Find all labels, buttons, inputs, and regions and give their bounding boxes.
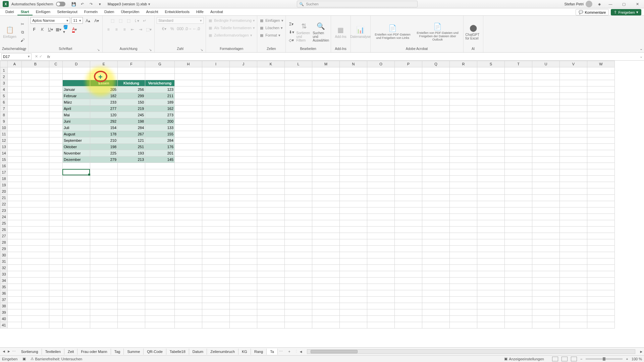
cell[interactable] [8, 150, 22, 157]
cell[interactable] [395, 188, 422, 195]
cell[interactable] [450, 322, 477, 328]
cell[interactable] [285, 309, 312, 316]
cell[interactable]: März [63, 99, 90, 106]
cell[interactable] [8, 182, 22, 188]
launcher-icon[interactable]: ↘ [23, 48, 25, 52]
cell[interactable] [477, 290, 505, 297]
cell[interactable] [312, 220, 340, 227]
cell[interactable]: Februar [63, 93, 90, 99]
diamond-icon[interactable]: ◈ [596, 1, 603, 7]
cell[interactable] [340, 99, 367, 106]
row-header[interactable]: 29 [0, 246, 8, 252]
cell[interactable] [202, 163, 230, 169]
cell[interactable] [587, 246, 615, 252]
cell[interactable] [285, 316, 312, 322]
cell[interactable] [450, 112, 477, 118]
cell[interactable] [505, 86, 532, 93]
cell[interactable] [395, 99, 422, 106]
cell[interactable] [340, 86, 367, 93]
cell[interactable] [285, 271, 312, 278]
cell[interactable] [560, 176, 587, 182]
cell[interactable] [145, 67, 175, 74]
column-header[interactable]: S [477, 61, 505, 67]
cell[interactable] [22, 322, 49, 328]
cell[interactable] [22, 112, 49, 118]
cell[interactable] [422, 220, 450, 227]
cell[interactable] [49, 106, 63, 112]
row-header[interactable]: 33 [0, 271, 8, 278]
cell[interactable] [395, 157, 422, 163]
cell[interactable]: 189 [145, 99, 175, 106]
cell[interactable] [49, 284, 63, 290]
paste-button[interactable]: 📋Einfügen [2, 20, 17, 44]
cell[interactable] [145, 303, 175, 309]
cell[interactable] [587, 265, 615, 271]
cell-styles[interactable]: ▦Zellenformatvorlagen ▾ [208, 32, 252, 39]
cell[interactable] [367, 80, 395, 86]
cell[interactable] [257, 278, 285, 284]
cell[interactable] [587, 201, 615, 207]
ribbon-tab[interactable]: Daten [101, 9, 117, 15]
cell[interactable] [90, 67, 118, 74]
cell[interactable] [312, 239, 340, 246]
cell[interactable] [22, 271, 49, 278]
cell[interactable] [230, 182, 257, 188]
cell[interactable] [477, 99, 505, 106]
sheet-tab[interactable]: Rang [251, 349, 267, 355]
underline-icon[interactable]: U▾ [47, 26, 54, 33]
cell[interactable] [257, 188, 285, 195]
column-header[interactable]: T [505, 61, 532, 67]
cell[interactable] [367, 227, 395, 233]
decrease-indent-icon[interactable]: ⇤ [129, 26, 136, 33]
cell[interactable] [422, 169, 450, 176]
cell[interactable] [145, 265, 175, 271]
cell[interactable] [49, 252, 63, 258]
cell[interactable] [477, 278, 505, 284]
column-header[interactable]: C [49, 61, 63, 67]
cell[interactable] [532, 271, 560, 278]
cell[interactable]: Juli [63, 125, 90, 131]
cell[interactable] [63, 227, 90, 233]
launcher-icon[interactable]: ↘ [149, 48, 152, 52]
cell[interactable] [477, 201, 505, 207]
cell[interactable] [340, 271, 367, 278]
cell[interactable] [367, 144, 395, 150]
cell[interactable] [532, 227, 560, 233]
cell[interactable] [202, 112, 230, 118]
row-header[interactable]: 8 [0, 112, 8, 118]
cell[interactable] [367, 131, 395, 137]
cell[interactable] [560, 233, 587, 239]
cell[interactable] [422, 214, 450, 220]
save-icon[interactable]: 💾 [70, 1, 77, 7]
cell[interactable] [532, 258, 560, 265]
redo-icon[interactable]: ↷ [88, 1, 95, 7]
row-header[interactable]: 28 [0, 239, 8, 246]
cell[interactable] [422, 157, 450, 163]
cell[interactable] [90, 303, 118, 309]
cell[interactable] [118, 271, 145, 278]
cell[interactable] [118, 67, 145, 74]
cell[interactable] [587, 67, 615, 74]
cell[interactable] [532, 176, 560, 182]
cell[interactable] [395, 297, 422, 303]
cell[interactable]: Essen [90, 80, 118, 86]
cell[interactable] [8, 284, 22, 290]
row-header[interactable]: 7 [0, 106, 8, 112]
sheet-tab[interactable]: Frau oder Mann [77, 349, 111, 355]
cell[interactable] [422, 150, 450, 157]
cell[interactable] [477, 195, 505, 201]
cell[interactable] [450, 233, 477, 239]
cell[interactable] [8, 137, 22, 144]
cell[interactable] [285, 137, 312, 144]
increase-font-icon[interactable]: A▴ [84, 17, 92, 24]
cell[interactable] [63, 163, 90, 169]
cell[interactable] [145, 201, 175, 207]
cell[interactable] [422, 246, 450, 252]
cell[interactable] [49, 182, 63, 188]
cell[interactable] [230, 86, 257, 93]
font-name-combo[interactable]: Aptos Narrow▾ [31, 17, 70, 24]
cell[interactable] [285, 220, 312, 227]
cell[interactable] [312, 131, 340, 137]
cell[interactable] [230, 118, 257, 125]
column-header[interactable]: E [90, 61, 118, 67]
